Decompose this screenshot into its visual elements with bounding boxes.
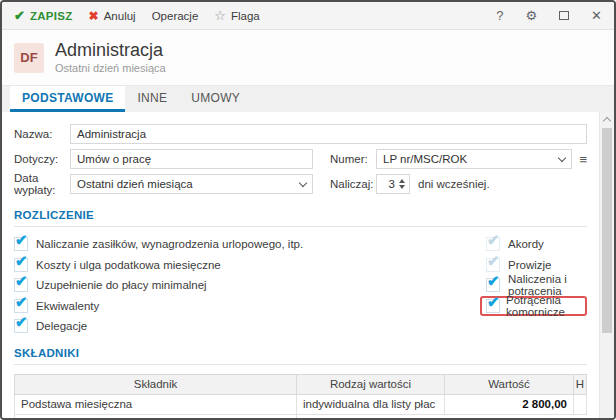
naliczaj-stepper[interactable]: 3 bbox=[376, 174, 410, 194]
empty-cell bbox=[574, 414, 587, 418]
operations-menu-button[interactable]: Operacje bbox=[152, 10, 199, 22]
cell-wartosc[interactable]: 2 800,00 bbox=[445, 394, 574, 414]
star-icon: ☆ bbox=[214, 8, 226, 23]
cancel-button[interactable]: ✖ Anuluj bbox=[89, 9, 136, 23]
column-header[interactable]: Rodzaj wartości bbox=[297, 374, 445, 394]
checkbox-row: ✔Prowizje bbox=[486, 255, 587, 276]
scrollbar-thumb[interactable] bbox=[602, 128, 612, 333]
checkbox-label: Naliczanie zasiłków, wynagrodzenia urlop… bbox=[36, 238, 303, 250]
column-header[interactable]: Wartość bbox=[445, 374, 574, 394]
dotyczy-label: Dotyczy: bbox=[14, 153, 70, 165]
toolbar: ✔ ZAPISZ ✖ Anuluj Operacje ☆ Flaga ? ⚙ ✕ bbox=[2, 2, 614, 30]
app-window: ✔ ZAPISZ ✖ Anuluj Operacje ☆ Flaga ? ⚙ ✕… bbox=[0, 0, 616, 420]
flag-button[interactable]: ☆ Flaga bbox=[214, 8, 259, 23]
tab-bar: PODSTAWOWEINNEUMOWY bbox=[2, 85, 614, 112]
page-title: Administracja bbox=[55, 41, 166, 61]
cell-rodzaj[interactable]: indywidualna dla listy płac bbox=[297, 394, 445, 414]
checkbox-row: ✔Akordy bbox=[486, 234, 587, 255]
empty-cell bbox=[297, 414, 445, 418]
checkbox-label: Potrącenia komornicze bbox=[506, 294, 581, 318]
checkbox-checked-icon[interactable]: ✔ bbox=[14, 237, 28, 251]
dotyczy-input[interactable]: Umów o pracę bbox=[70, 149, 313, 169]
check-icon: ✔ bbox=[15, 231, 28, 249]
section-title-skladniki: SKŁADNIKI bbox=[14, 347, 587, 359]
column-header[interactable]: H bbox=[574, 374, 587, 394]
check-icon: ✔ bbox=[487, 231, 500, 249]
checkbox-checked-icon[interactable]: ✔ bbox=[14, 319, 28, 333]
data-wyplaty-select[interactable]: Ostatni dzień miesiąca bbox=[70, 174, 313, 194]
check-icon: ✔ bbox=[487, 272, 500, 290]
x-icon: ✖ bbox=[89, 9, 99, 23]
check-icon: ✔ bbox=[15, 272, 28, 290]
main-content: Nazwa: Administracja Dotyczy: Umów o pra… bbox=[2, 112, 614, 418]
record-header: DF Administracja Ostatni dzień miesiąca bbox=[2, 30, 614, 85]
skladniki-table: SkładnikRodzaj wartościWartośćHPodstawa … bbox=[14, 374, 587, 419]
maximize-button[interactable] bbox=[559, 11, 569, 20]
check-icon: ✔ bbox=[487, 252, 500, 270]
settings-gear-icon[interactable]: ⚙ bbox=[525, 8, 537, 23]
column-header[interactable]: Składnik bbox=[15, 374, 297, 394]
vertical-scrollbar[interactable] bbox=[599, 112, 614, 418]
checkbox-label: Akordy bbox=[508, 238, 544, 250]
operations-label: Operacje bbox=[152, 10, 199, 22]
check-icon: ✔ bbox=[15, 293, 28, 311]
new-row-placeholder: Wybierz składnik... bbox=[15, 414, 587, 418]
page-subtitle: Ostatni dzień miesiąca bbox=[55, 62, 166, 74]
check-icon: ✔ bbox=[15, 252, 28, 270]
cancel-button-label: Anuluj bbox=[104, 10, 136, 22]
flag-button-label: Flaga bbox=[231, 10, 260, 22]
tab-podstawowe[interactable]: PODSTAWOWE bbox=[10, 86, 125, 112]
numer-select[interactable]: LP nr/MSC/ROK bbox=[376, 149, 572, 169]
checkbox-row: ✔Ekwiwalenty bbox=[14, 296, 486, 317]
checkbox-checked-icon[interactable]: ✔ bbox=[14, 299, 28, 313]
nazwa-input[interactable]: Administracja bbox=[70, 124, 587, 144]
nazwa-label: Nazwa: bbox=[14, 128, 70, 140]
check-icon: ✔ bbox=[487, 293, 500, 311]
cell-skladnik[interactable]: Podstawa miesięczna bbox=[15, 394, 297, 414]
section-title-rozliczenie: ROZLICZENIE bbox=[14, 209, 587, 221]
avatar: DF bbox=[14, 43, 44, 73]
naliczaj-suffix: dni wcześniej. bbox=[418, 178, 490, 190]
numer-menu-icon[interactable]: ≡ bbox=[579, 152, 587, 167]
checkbox-row: ✔Delegacje bbox=[14, 316, 486, 337]
empty-cell bbox=[445, 414, 574, 418]
checkbox-checked-icon[interactable]: ✔ bbox=[486, 299, 500, 313]
divider bbox=[14, 364, 587, 365]
data-wyplaty-label: Data wypłaty: bbox=[14, 172, 70, 196]
rozliczenie-checkbox-grid: ✔Naliczanie zasiłków, wynagrodzenia urlo… bbox=[14, 234, 587, 337]
checkbox-row: ✔Naliczenia i potrącenia bbox=[486, 275, 587, 296]
highlight-annotation: ✔Potrącenia komornicze bbox=[480, 296, 587, 316]
checkbox-label: Koszty i ulga podatkowa miesięczne bbox=[36, 259, 221, 271]
checkbox-label: Prowizje bbox=[508, 259, 551, 271]
checkbox-checked-icon[interactable]: ✔ bbox=[486, 278, 500, 292]
checkbox-label: Delegacje bbox=[36, 320, 87, 332]
chevron-down-icon[interactable] bbox=[299, 178, 307, 186]
checkbox-label: Ekwiwalenty bbox=[36, 300, 99, 312]
cell-h[interactable] bbox=[574, 394, 587, 414]
placeholder-input[interactable]: Wybierz składnik... bbox=[15, 414, 297, 418]
checkbox-row: ✔Naliczanie zasiłków, wynagrodzenia urlo… bbox=[14, 234, 486, 255]
check-icon: ✔ bbox=[15, 313, 28, 331]
chevron-down-icon[interactable] bbox=[558, 153, 566, 161]
naliczaj-label: Naliczaj: bbox=[330, 178, 376, 190]
tab-umowy[interactable]: UMOWY bbox=[179, 86, 252, 112]
scroll-up-icon[interactable] bbox=[603, 117, 611, 125]
close-button[interactable]: ✕ bbox=[591, 8, 602, 23]
checkbox-checked-icon: ✔ bbox=[486, 258, 500, 272]
checkbox-label: Uzupełnienie do płacy minimalnej bbox=[36, 279, 207, 291]
divider bbox=[14, 226, 587, 227]
save-button-label: ZAPISZ bbox=[30, 10, 73, 22]
checkbox-checked-icon[interactable]: ✔ bbox=[14, 278, 28, 292]
numer-label: Numer: bbox=[330, 153, 376, 165]
checkbox-row: ✔Uzupełnienie do płacy minimalnej bbox=[14, 275, 486, 296]
checkbox-checked-icon[interactable]: ✔ bbox=[14, 258, 28, 272]
check-icon: ✔ bbox=[14, 8, 25, 23]
table-row: Podstawa miesięcznaindywidualna dla list… bbox=[15, 394, 587, 414]
help-button[interactable]: ? bbox=[496, 8, 503, 23]
tab-inne[interactable]: INNE bbox=[125, 86, 179, 112]
save-button[interactable]: ✔ ZAPISZ bbox=[14, 8, 73, 23]
checkbox-checked-icon: ✔ bbox=[486, 237, 500, 251]
checkbox-row: ✔Koszty i ulga podatkowa miesięczne bbox=[14, 255, 486, 276]
stepper-arrows-icon[interactable] bbox=[399, 179, 405, 189]
checkbox-row: ✔Potrącenia komornicze bbox=[486, 296, 587, 317]
